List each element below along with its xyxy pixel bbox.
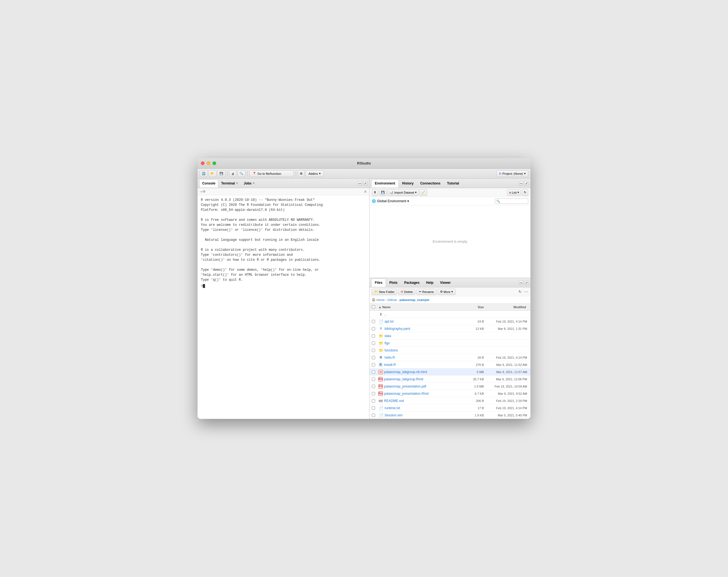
- hello-file-name[interactable]: hello.R: [385, 356, 462, 360]
- breadcrumb-current[interactable]: palaeomap_example: [399, 298, 430, 301]
- save-button[interactable]: 💾: [217, 170, 225, 177]
- breadcrumb-home[interactable]: Home: [376, 298, 385, 301]
- pres-rmd-name[interactable]: palaeomap_presentation.Rmd: [384, 392, 462, 396]
- figs-checkbox[interactable]: [372, 341, 379, 345]
- jobs-tab-close-icon[interactable]: ✕: [253, 182, 255, 185]
- tab-connections[interactable]: Connections: [417, 179, 444, 187]
- install-file-name[interactable]: install.R: [384, 363, 462, 367]
- tab-history[interactable]: History: [399, 179, 417, 187]
- files-more-options-button[interactable]: ⋯: [524, 289, 528, 294]
- session-check-input[interactable]: [372, 414, 375, 417]
- bib-checkbox[interactable]: [372, 327, 379, 331]
- file-row-labgroup-html[interactable]: H palaeomap_labgroup.nb.html 5 MB Mar 9,…: [369, 368, 530, 375]
- tab-environment[interactable]: Environment: [371, 179, 399, 187]
- file-row-readme[interactable]: md README.md 206 B Feb 19, 2021, 2:29 PM: [369, 397, 530, 404]
- minimize-button[interactable]: [207, 161, 210, 165]
- data-folder-name[interactable]: data: [385, 334, 462, 338]
- pres-rmd-checkbox[interactable]: [372, 392, 379, 395]
- env-panel-maximize-button[interactable]: ⤢: [524, 181, 529, 186]
- env-refresh-button[interactable]: ↻: [522, 189, 528, 196]
- install-check-input[interactable]: [372, 363, 375, 366]
- readme-check-input[interactable]: [372, 399, 375, 402]
- functions-checkbox[interactable]: [372, 349, 379, 352]
- labgroup-html-check-input[interactable]: [372, 370, 375, 374]
- tab-plots[interactable]: Plots: [386, 279, 400, 287]
- pres-rmd-check-input[interactable]: [372, 392, 375, 395]
- functions-folder-name[interactable]: functions: [385, 348, 462, 352]
- goto-file-button[interactable]: 📍 Go to file/function: [250, 170, 294, 177]
- file-row-bibliography[interactable]: Y bibliography.yaml 12 KB Mar 8, 2021, 1…: [369, 325, 530, 332]
- delete-button[interactable]: ⊖ Delete: [398, 289, 415, 295]
- breadcrumb-github[interactable]: GitHub: [387, 298, 397, 301]
- parent-dir-name[interactable]: ..: [385, 312, 462, 316]
- new-file-button[interactable]: 🆕: [200, 170, 208, 177]
- readme-checkbox[interactable]: [372, 399, 379, 402]
- data-check-input[interactable]: [372, 334, 375, 338]
- labgroup-rmd-check-input[interactable]: [372, 377, 375, 381]
- pres-pdf-checkbox[interactable]: [372, 385, 379, 388]
- env-search-input[interactable]: [495, 198, 528, 204]
- file-row-presentation-rmd[interactable]: Rm palaeomap_presentation.Rmd 6.7 KB Mar…: [369, 390, 530, 397]
- runtime-checkbox[interactable]: [372, 406, 379, 410]
- tab-files[interactable]: Files: [371, 279, 386, 287]
- hello-check-input[interactable]: [372, 356, 375, 359]
- file-row-figs[interactable]: 📁 figs: [369, 340, 530, 347]
- open-file-button[interactable]: 📂: [209, 170, 216, 177]
- pres-pdf-check-input[interactable]: [372, 385, 375, 388]
- tab-packages[interactable]: Packages: [401, 279, 423, 287]
- file-row-functions[interactable]: 📁 functions: [369, 347, 530, 354]
- figs-check-input[interactable]: [372, 341, 375, 345]
- select-all-checkbox[interactable]: [372, 305, 375, 309]
- apt-check-input[interactable]: [372, 320, 375, 323]
- project-button[interactable]: R Project: (None) ▾: [497, 170, 528, 177]
- apt-file-name[interactable]: apt.txt: [385, 320, 462, 323]
- broom-button[interactable]: 🧹: [419, 189, 427, 196]
- tab-tutorial[interactable]: Tutorial: [444, 179, 462, 187]
- tab-help[interactable]: Help: [423, 279, 437, 287]
- new-folder-button[interactable]: 📁 New Folder: [372, 289, 397, 295]
- file-row-parent[interactable]: ⬆ ..: [369, 311, 530, 318]
- tab-console[interactable]: Console: [199, 179, 218, 187]
- file-row-runtime[interactable]: 📄 runtime.txt 17 B Feb 19, 2021, 4:14 PM: [369, 404, 530, 412]
- functions-check-input[interactable]: [372, 349, 375, 352]
- file-row-session[interactable]: 📄 Session.vim 1.9 KB Mar 5, 2021, 5:40 P…: [369, 412, 530, 419]
- pres-pdf-name[interactable]: palaeomap_presentation.pdf: [384, 385, 462, 388]
- hello-checkbox[interactable]: [372, 356, 379, 359]
- rename-button[interactable]: ✏ Rename: [416, 289, 436, 295]
- addins-button[interactable]: Addins ▾: [306, 170, 324, 177]
- runtime-name[interactable]: runtime.txt: [385, 406, 462, 410]
- session-name[interactable]: Session.vim: [385, 413, 462, 417]
- tab-jobs[interactable]: Jobs ✕: [241, 179, 257, 187]
- apt-checkbox[interactable]: [372, 320, 379, 323]
- maximize-button[interactable]: [212, 161, 216, 165]
- file-row-hello[interactable]: R hello.R 28 B Feb 19, 2021, 4:14 PM: [369, 354, 530, 361]
- file-row-presentation-pdf[interactable]: Pd palaeomap_presentation.pdf 1.9 MB Feb…: [369, 383, 530, 390]
- runtime-check-input[interactable]: [372, 406, 375, 410]
- bib-check-input[interactable]: [372, 327, 375, 331]
- file-row-data[interactable]: 📁 data: [369, 332, 530, 340]
- left-panel-maximize-button[interactable]: ⤢: [363, 181, 368, 186]
- file-row-apt[interactable]: 📄 apt.txt 24 B Feb 19, 2021, 4:14 PM: [369, 318, 530, 325]
- env-panel-minimize-button[interactable]: —: [519, 181, 523, 186]
- env-load-button[interactable]: ⬆: [372, 189, 378, 196]
- labgroup-html-checkbox[interactable]: [372, 370, 379, 374]
- session-checkbox[interactable]: [372, 414, 379, 417]
- tab-viewer[interactable]: Viewer: [437, 279, 454, 287]
- env-save-button[interactable]: 💾: [379, 189, 387, 196]
- console-clear-icon[interactable]: ✕: [364, 189, 367, 194]
- terminal-tab-close-icon[interactable]: ✕: [236, 182, 238, 185]
- print-button[interactable]: 🖨: [230, 170, 236, 177]
- close-button[interactable]: [201, 161, 205, 165]
- file-row-labgroup-rmd[interactable]: Rm palaeomap_labgroup.Rmd 35.7 KB Mar 9,…: [369, 375, 530, 383]
- figs-folder-name[interactable]: figs: [385, 341, 462, 345]
- import-dataset-button[interactable]: 📊 Import Dataset ▾: [388, 189, 419, 196]
- install-checkbox[interactable]: [372, 363, 379, 366]
- more-button[interactable]: ⚙ More ▾: [438, 289, 456, 295]
- files-panel-minimize-button[interactable]: —: [519, 281, 523, 285]
- tab-terminal[interactable]: Terminal ✕: [218, 179, 241, 187]
- labgroup-rmd-name[interactable]: palaeomap_labgroup.Rmd: [384, 377, 462, 381]
- files-refresh-button[interactable]: ↻: [519, 290, 522, 294]
- labgroup-rmd-checkbox[interactable]: [372, 377, 379, 381]
- grid-button[interactable]: ⊞: [298, 170, 304, 177]
- find-button[interactable]: 🔍: [237, 170, 245, 177]
